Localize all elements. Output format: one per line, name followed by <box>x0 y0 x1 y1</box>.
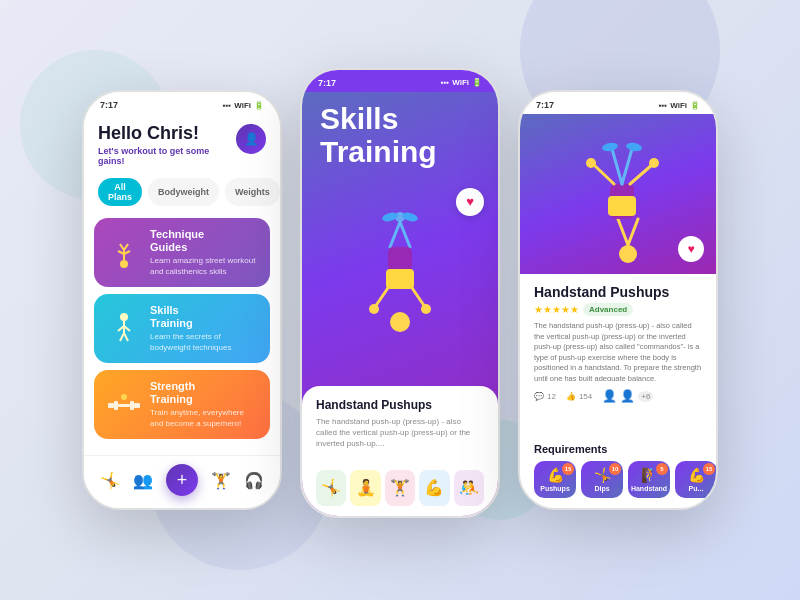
battery-icon: 🔋 <box>254 101 264 110</box>
strength-icon <box>106 387 142 423</box>
phone2-title-block: Skills Training <box>302 92 498 168</box>
technique-icon <box>106 234 142 270</box>
heart-button-2[interactable]: ♥ <box>456 188 484 216</box>
comment-icon: 💬 <box>534 392 544 401</box>
svg-rect-34 <box>608 196 636 216</box>
thumb-5[interactable]: 🤼 <box>454 470 484 506</box>
thumb-2[interactable]: 🧘 <box>350 470 380 506</box>
filter-weights[interactable]: Weights <box>225 178 280 206</box>
skills-title: SkillsTraining <box>150 304 258 330</box>
avatar-2: 👤 <box>620 389 635 403</box>
star-rating: ★★★★★ <box>534 304 579 315</box>
rating-row: ★★★★★ Advanced <box>534 303 702 316</box>
req-pushups-icon: 💪 <box>547 468 564 483</box>
phone2-thumbnails: 🤸 🧘 🏋️ 💪 🤼 <box>302 462 498 516</box>
phone2-status-icons: ▪▪▪ WiFi 🔋 <box>441 78 482 87</box>
thumb-4[interactable]: 💪 <box>419 470 449 506</box>
phone2-notch <box>365 70 435 90</box>
phone3-time: 7:17 <box>536 100 554 110</box>
svg-point-42 <box>625 142 642 153</box>
wifi-icon: WiFi <box>234 101 251 110</box>
like-icon: 👍 <box>566 392 576 401</box>
greeting-sub: Let's workout to get some gains! <box>98 146 236 166</box>
technique-guides-card[interactable]: TechniqueGuides Learn amazing street wor… <box>94 218 270 287</box>
phone3-body: ♥ Handstand Pushups ★★★★★ Advanced The h… <box>520 114 716 508</box>
svg-rect-27 <box>386 269 414 289</box>
svg-line-32 <box>628 219 638 245</box>
svg-rect-13 <box>134 403 140 408</box>
skills-training-card[interactable]: SkillsTraining Learn the secrets of body… <box>94 294 270 363</box>
req-pushups-label: Pushups <box>540 485 570 493</box>
header-row: Hello Chris! Let's workout to get some g… <box>98 124 266 166</box>
svg-line-35 <box>593 164 614 184</box>
svg-point-37 <box>586 158 596 168</box>
phone1-status-icons: ▪▪▪ WiFi 🔋 <box>223 101 264 110</box>
interaction-row: 💬 12 👍 154 👤 👤 +6 <box>534 389 702 403</box>
svg-line-31 <box>618 219 628 245</box>
thumb-3[interactable]: 🏋️ <box>385 470 415 506</box>
p3-battery-icon: 🔋 <box>690 101 700 110</box>
phone3-details: Handstand Pushups ★★★★★ Advanced The han… <box>520 274 716 443</box>
phone2-body: Skills Training <box>302 92 498 516</box>
phone1-notch <box>147 92 217 112</box>
req-pu-icon: 💪 <box>688 468 705 483</box>
likes-count: 154 <box>579 392 592 401</box>
filter-bodyweight[interactable]: Bodyweight <box>148 178 219 206</box>
phone1-time: 7:17 <box>100 100 118 110</box>
skills-text: SkillsTraining Learn the secrets of body… <box>150 304 258 353</box>
phone3-exercise-name: Handstand Pushups <box>534 284 702 300</box>
svg-point-41 <box>601 142 618 153</box>
req-pushups-num: 15 <box>562 463 574 475</box>
req-handstand-icon: 🧗 <box>641 468 658 483</box>
p3-signal-icon: ▪▪▪ <box>659 101 668 110</box>
technique-text: TechniqueGuides Learn amazing street wor… <box>150 228 258 277</box>
svg-point-17 <box>121 394 127 400</box>
svg-line-19 <box>390 222 400 247</box>
req-pu[interactable]: 💪 Pu... 15 <box>675 461 716 498</box>
strength-text: StrengthTraining Train anytime, everywhe… <box>150 380 258 429</box>
svg-point-30 <box>619 245 637 263</box>
svg-point-25 <box>369 304 379 314</box>
requirements-list: 💪 Pushups 15 🤸 Dips 10 <box>534 461 702 498</box>
p2-wifi-icon: WiFi <box>452 78 469 87</box>
svg-rect-12 <box>108 403 114 408</box>
svg-point-6 <box>120 313 128 321</box>
nav-dumbbell-icon[interactable]: 🏋️ <box>211 471 231 490</box>
nav-gymnastics-icon[interactable]: 🤸 <box>100 471 120 490</box>
svg-line-36 <box>630 164 653 184</box>
req-handstand-label: Handstand <box>631 485 667 493</box>
req-pushups[interactable]: 💪 Pushups 15 <box>534 461 576 498</box>
thumb-1[interactable]: 🤸 <box>316 470 346 506</box>
p3-wifi-icon: WiFi <box>670 101 687 110</box>
technique-title: TechniqueGuides <box>150 228 258 254</box>
phone2-hero: ♥ <box>302 168 498 386</box>
phone3-status-icons: ▪▪▪ WiFi 🔋 <box>659 101 700 110</box>
technique-desc: Learn amazing street workout and calisth… <box>150 256 258 277</box>
likes-item: 👍 154 <box>566 392 592 401</box>
phone3-desc: The handstand push-up (press-up) - also … <box>534 321 702 381</box>
heart-button-3[interactable]: ♥ <box>678 236 704 262</box>
phone2-exercise-name: Handstand Pushups <box>316 398 484 412</box>
strength-training-card[interactable]: StrengthTraining Train anytime, everywhe… <box>94 370 270 439</box>
svg-line-10 <box>120 333 124 341</box>
phone2-title: Skills Training <box>320 102 480 168</box>
nav-add-button[interactable]: + <box>166 464 198 496</box>
req-handstand[interactable]: 🧗 Handstand 5 <box>628 461 670 498</box>
requirements-title: Requirements <box>534 443 702 455</box>
skills-icon <box>106 311 142 347</box>
comments-item: 💬 12 <box>534 392 556 401</box>
p2-signal-icon: ▪▪▪ <box>441 78 450 87</box>
svg-point-26 <box>421 304 431 314</box>
filter-all-plans[interactable]: All Plans <box>98 178 142 206</box>
bottom-nav: 🤸 👥 + 🏋️ 🎧 <box>84 455 280 508</box>
phone2-exercise-desc: The handstand push-up (press-up) - also … <box>316 416 484 450</box>
greeting-title: Hello Chris! <box>98 124 236 144</box>
svg-rect-15 <box>130 401 134 410</box>
phone3-hero: ♥ <box>520 114 716 274</box>
req-dips[interactable]: 🤸 Dips 10 <box>581 461 623 498</box>
user-avatar[interactable]: 👤 <box>236 124 266 154</box>
svg-point-24 <box>390 312 410 332</box>
nav-people-icon[interactable]: 👥 <box>133 471 153 490</box>
nav-headphones-icon[interactable]: 🎧 <box>244 471 264 490</box>
phone1-header: Hello Chris! Let's workout to get some g… <box>84 114 280 172</box>
